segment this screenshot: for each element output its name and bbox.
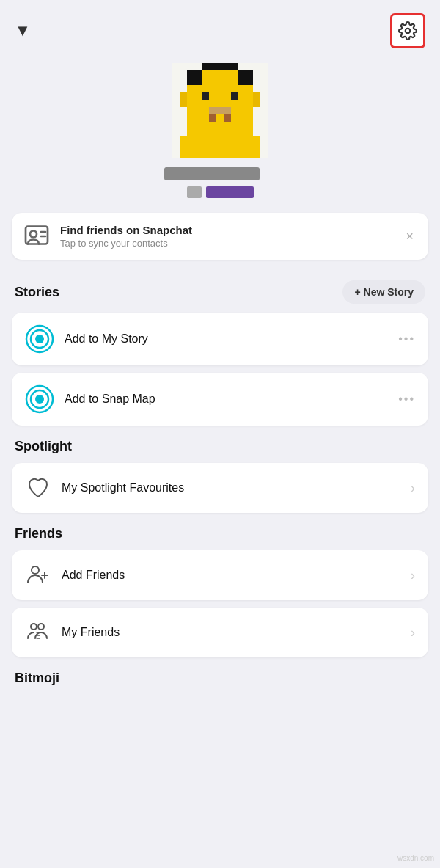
find-friends-banner[interactable]: Find friends on Snapchat Tap to sync you… <box>12 213 428 260</box>
find-friends-text: Find friends on Snapchat Tap to sync you… <box>60 224 392 249</box>
svg-point-22 <box>32 566 39 574</box>
svg-rect-4 <box>238 70 253 85</box>
watermark: wsxdn.com <box>397 854 434 862</box>
username-row-1 <box>164 167 276 180</box>
svg-rect-3 <box>187 70 202 85</box>
find-friends-title: Find friends on Snapchat <box>60 224 392 236</box>
add-to-my-story-card[interactable]: Add to My Story ••• <box>12 313 428 365</box>
my-friends-card[interactable]: My Friends › <box>12 608 428 657</box>
sub-bar-right <box>206 186 254 198</box>
friends-title: Friends <box>15 526 62 541</box>
add-friends-card[interactable]: Add Friends › <box>12 550 428 600</box>
svg-rect-5 <box>202 63 238 70</box>
settings-button[interactable] <box>390 13 425 48</box>
heart-icon <box>25 475 51 501</box>
snap-map-more-button[interactable]: ••• <box>398 393 415 406</box>
svg-rect-12 <box>180 92 187 107</box>
stories-title: Stories <box>15 285 59 300</box>
add-friends-label: Add Friends <box>62 569 400 582</box>
my-friends-chevron-icon: › <box>411 625 415 641</box>
find-friends-subtitle: Tap to sync your contacts <box>60 238 392 249</box>
add-friends-chevron-icon: › <box>411 568 415 583</box>
chevron-down-icon[interactable]: ▼ <box>15 21 31 40</box>
svg-rect-7 <box>231 92 238 100</box>
svg-rect-10 <box>224 114 231 122</box>
top-bar: ▼ <box>0 0 440 56</box>
stories-section-header: Stories + New Story <box>0 274 440 313</box>
spotlight-chevron-icon: › <box>411 481 415 496</box>
svg-point-26 <box>38 624 44 630</box>
svg-point-25 <box>31 624 37 630</box>
spotlight-favourites-label: My Spotlight Favourites <box>62 481 400 495</box>
friends-list-icon <box>25 619 51 646</box>
svg-rect-13 <box>253 92 260 107</box>
avatar-section <box>0 56 440 213</box>
bitmoji-section: Bitmoji <box>0 665 440 689</box>
sub-bar-left <box>187 186 202 198</box>
find-friends-icon <box>23 223 50 249</box>
bitmoji-title: Bitmoji <box>15 671 59 685</box>
my-story-icon <box>25 324 54 354</box>
svg-rect-8 <box>209 107 231 114</box>
my-story-label: Add to My Story <box>65 332 388 346</box>
snap-map-label: Add to Snap Map <box>65 393 388 406</box>
spotlight-section-header: Spotlight <box>0 433 440 463</box>
svg-rect-6 <box>202 92 209 100</box>
username-row-2 <box>187 186 254 198</box>
snap-map-icon <box>25 384 54 414</box>
friends-section-header: Friends <box>0 520 440 550</box>
svg-point-0 <box>406 29 411 34</box>
svg-point-15 <box>30 231 37 238</box>
username-bar <box>164 167 260 180</box>
svg-rect-9 <box>209 114 216 122</box>
gear-icon <box>398 21 417 40</box>
avatar[interactable] <box>172 63 268 158</box>
new-story-button[interactable]: + New Story <box>342 280 425 304</box>
username-area <box>164 167 276 198</box>
spotlight-favourites-card[interactable]: My Spotlight Favourites › <box>12 463 428 513</box>
my-friends-label: My Friends <box>62 626 400 639</box>
svg-point-21 <box>35 395 44 404</box>
add-to-snap-map-card[interactable]: Add to Snap Map ••• <box>12 373 428 426</box>
svg-point-18 <box>35 335 44 343</box>
spotlight-title: Spotlight <box>15 439 72 454</box>
my-story-more-button[interactable]: ••• <box>398 332 415 346</box>
close-button[interactable]: × <box>403 226 417 247</box>
add-person-icon <box>25 562 51 588</box>
svg-rect-11 <box>180 136 260 158</box>
avatar-image <box>172 63 268 158</box>
